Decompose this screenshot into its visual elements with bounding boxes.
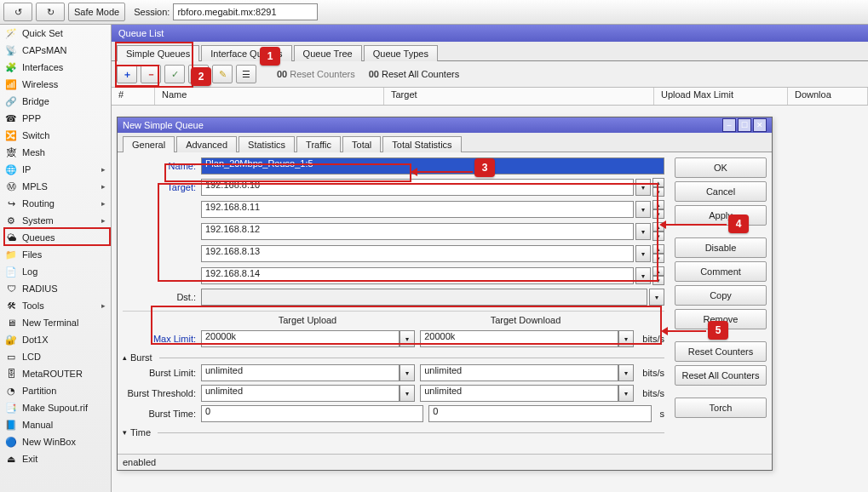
reset-counters-button[interactable]: Reset Counters — [675, 341, 767, 362]
tab-queue-types[interactable]: Queue Types — [364, 45, 438, 61]
dialog-tab-traffic[interactable]: Traffic — [296, 136, 341, 152]
sidebar-item-mesh[interactable]: 🕸Mesh — [0, 144, 111, 161]
max-limit-upload-input[interactable]: 20000k — [201, 330, 400, 347]
enable-button[interactable]: ✓ — [164, 65, 185, 83]
sidebar-item-partition[interactable]: ◔Partition — [0, 382, 111, 399]
burst-time-up-input[interactable]: 0 — [201, 405, 423, 422]
target-input-3[interactable]: 192.168.8.13 — [201, 245, 634, 262]
dialog-tab-total-statistics[interactable]: Total Statistics — [382, 136, 461, 152]
redo-button[interactable]: ↻ — [36, 3, 65, 21]
tab-interface-queues[interactable]: Interface Queues — [201, 45, 291, 61]
disable-button[interactable]: ✕ — [188, 65, 209, 83]
comment-button[interactable]: Comment — [675, 261, 767, 282]
remove-button[interactable]: Remove — [675, 309, 767, 329]
sidebar-item-ip[interactable]: 🌐IP▸ — [0, 161, 111, 178]
name-input[interactable]: Plan_20Mbps_Reuso_1:5 — [201, 157, 664, 174]
target-dropdown-3[interactable]: ▾ — [635, 245, 651, 262]
dst-dropdown[interactable]: ▾ — [649, 289, 664, 306]
remove-button[interactable]: － — [141, 65, 161, 83]
sidebar-item-new-winbox[interactable]: 🔵New WinBox — [0, 433, 111, 450]
target-dropdown-1[interactable]: ▾ — [635, 201, 651, 218]
target-input-2[interactable]: 192.168.8.12 — [201, 223, 634, 240]
target-dropdown-4[interactable]: ▾ — [635, 267, 651, 284]
column-upload-max-limit[interactable]: Upload Max Limit — [654, 88, 788, 105]
column-name[interactable]: Name — [155, 88, 384, 105]
sidebar-item-ppp[interactable]: ☎PPP — [0, 110, 111, 127]
sidebar-item-new-terminal[interactable]: 🖥New Terminal — [0, 314, 111, 331]
dialog-tab-statistics[interactable]: Statistics — [239, 136, 295, 152]
target-dropdown-2[interactable]: ▾ — [635, 223, 651, 240]
filter-button[interactable]: ☰ — [236, 65, 256, 83]
max-down-dropdown[interactable]: ▾ — [618, 330, 634, 347]
sidebar-item-radius[interactable]: 🛡RADIUS — [0, 280, 111, 297]
target-up-1[interactable]: ▴ — [652, 200, 664, 209]
burst-thresh-down-dd[interactable]: ▾ — [618, 385, 634, 402]
minimize-icon[interactable]: – — [722, 118, 736, 132]
apply-button[interactable]: Apply — [675, 205, 767, 226]
dialog-title-bar[interactable]: New Simple Queue – ☐ ✕ — [118, 117, 772, 133]
burst-thresh-up-input[interactable]: unlimited — [201, 385, 400, 402]
comment-button[interactable]: ✎ — [212, 65, 233, 83]
reset-all-counters-button[interactable]: Reset All Counters — [675, 365, 767, 386]
undo-button[interactable]: ↺ — [3, 3, 32, 21]
burst-limit-up-dd[interactable]: ▾ — [400, 364, 415, 381]
burst-section-toggle[interactable]: ▴Burst — [123, 351, 664, 364]
max-limit-download-input[interactable]: 20000k — [420, 330, 618, 347]
dialog-tab-general[interactable]: General — [123, 136, 175, 152]
target-up-0[interactable]: ▴ — [652, 178, 664, 187]
time-section-toggle[interactable]: ▾Time — [123, 426, 664, 439]
sidebar-item-wireless[interactable]: 📶Wireless — [0, 76, 111, 93]
sidebar-item-routing[interactable]: ↪Routing▸ — [0, 195, 111, 212]
disable-button[interactable]: Disable — [675, 237, 767, 258]
tab-queue-tree[interactable]: Queue Tree — [294, 45, 362, 61]
add-button[interactable]: ＋ — [117, 65, 137, 83]
torch-button[interactable]: Torch — [675, 398, 767, 418]
sidebar-item-tools[interactable]: 🛠Tools▸ — [0, 297, 111, 314]
cancel-button[interactable]: Cancel — [675, 181, 767, 202]
sidebar-item-metarouter[interactable]: 🗄MetaROUTER — [0, 365, 111, 382]
reset-counters-button[interactable]: 00 Reset Counters — [272, 69, 360, 79]
sidebar-item-capsman[interactable]: 📡CAPsMAN — [0, 42, 111, 59]
target-dropdown-0[interactable]: ▾ — [635, 179, 651, 196]
dialog-tab-advanced[interactable]: Advanced — [176, 136, 237, 152]
sidebar-item-queues[interactable]: 🌥Queues — [0, 229, 111, 246]
target-input-4[interactable]: 192.168.8.14 — [201, 267, 634, 284]
target-input-0[interactable]: 192.168.8.10 — [201, 179, 634, 196]
burst-time-down-input[interactable]: 0 — [428, 405, 651, 422]
target-input-1[interactable]: 192.168.8.11 — [201, 201, 634, 218]
target-down-4[interactable]: ▾ — [652, 276, 664, 285]
ok-button[interactable]: OK — [675, 157, 767, 178]
sidebar-item-lcd[interactable]: ▭LCD — [0, 348, 111, 365]
target-down-0[interactable]: ▾ — [652, 187, 664, 197]
burst-thresh-up-dd[interactable]: ▾ — [400, 385, 415, 402]
target-down-3[interactable]: ▾ — [652, 254, 664, 263]
sidebar-item-quick-set[interactable]: 🪄Quick Set — [0, 25, 111, 42]
column--[interactable]: # — [112, 88, 155, 105]
burst-limit-down-input[interactable]: unlimited — [420, 364, 618, 381]
max-up-dropdown[interactable]: ▾ — [400, 330, 415, 347]
sidebar-item-files[interactable]: 📁Files — [0, 246, 111, 263]
dst-input[interactable] — [201, 289, 647, 306]
reset-all-counters-button[interactable]: 00 Reset All Counters — [364, 69, 464, 79]
copy-button[interactable]: Copy — [675, 285, 767, 306]
target-down-1[interactable]: ▾ — [652, 209, 664, 219]
target-down-2[interactable]: ▾ — [652, 232, 664, 241]
safe-mode-button[interactable]: Safe Mode — [68, 3, 125, 21]
close-icon[interactable]: ✕ — [753, 118, 767, 132]
burst-limit-down-dd[interactable]: ▾ — [618, 364, 634, 381]
sidebar-item-exit[interactable]: ⏏Exit — [0, 450, 111, 467]
sidebar-item-system[interactable]: ⚙System▸ — [0, 212, 111, 229]
burst-thresh-down-input[interactable]: unlimited — [420, 385, 618, 402]
sidebar-item-switch[interactable]: 🔀Switch — [0, 127, 111, 144]
burst-limit-up-input[interactable]: unlimited — [201, 364, 400, 381]
sidebar-item-dot1x[interactable]: 🔐Dot1X — [0, 331, 111, 348]
sidebar-item-make-supout-rif[interactable]: 📑Make Supout.rif — [0, 399, 111, 416]
sidebar-item-manual[interactable]: 📘Manual — [0, 416, 111, 433]
sidebar-item-bridge[interactable]: 🔗Bridge — [0, 93, 111, 110]
dialog-tab-total[interactable]: Total — [342, 136, 381, 152]
target-up-2[interactable]: ▴ — [652, 222, 664, 232]
target-up-3[interactable]: ▴ — [652, 244, 664, 254]
sidebar-item-interfaces[interactable]: 🧩Interfaces — [0, 59, 111, 76]
target-up-4[interactable]: ▴ — [652, 266, 664, 276]
sidebar-item-mpls[interactable]: ⓂMPLS▸ — [0, 178, 111, 195]
